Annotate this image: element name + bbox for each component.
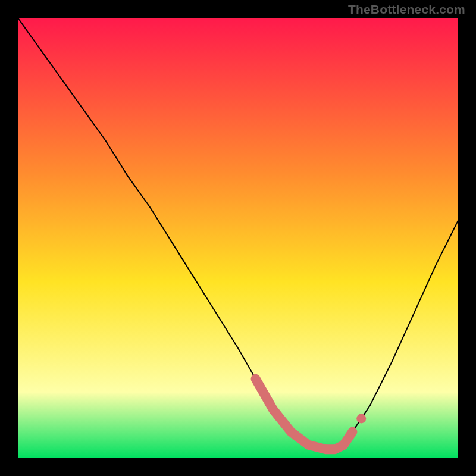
chart-frame: TheBottleneck.com [0, 0, 476, 476]
highlight-dot [356, 414, 366, 423]
watermark-text: TheBottleneck.com [348, 2, 465, 17]
frame-bottom [0, 458, 476, 476]
frame-right [458, 0, 476, 476]
bottleneck-chart [0, 0, 476, 476]
plot-background [18, 18, 458, 458]
frame-left [0, 0, 18, 476]
